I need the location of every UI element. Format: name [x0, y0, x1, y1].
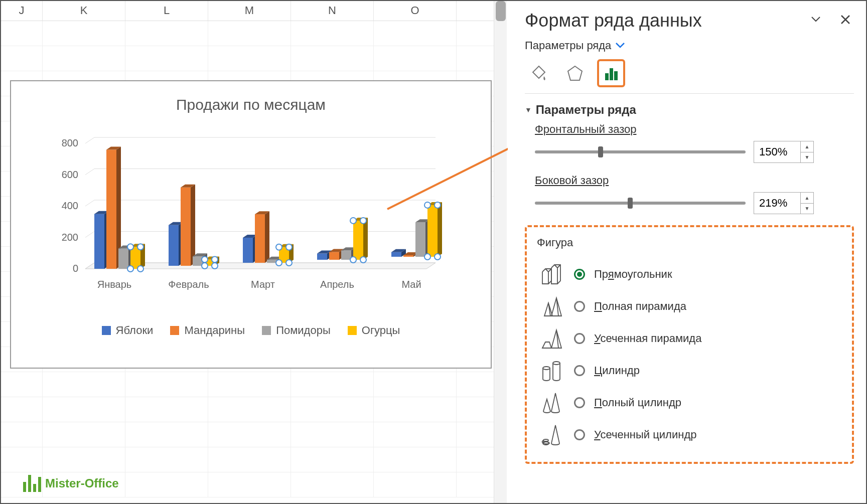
- watermark: Mister-Office: [23, 475, 119, 492]
- effects-tab[interactable]: [561, 59, 589, 87]
- svg-point-37: [276, 244, 282, 250]
- svg-text:Март: Март: [251, 279, 275, 290]
- legend-label: Мандарины: [184, 324, 245, 337]
- spin-down[interactable]: ▼: [800, 152, 813, 163]
- legend-label: Огурцы: [362, 324, 400, 337]
- gap-depth-slider[interactable]: [535, 150, 746, 153]
- svg-text:0: 0: [73, 263, 78, 274]
- svg-point-46: [350, 218, 356, 224]
- svg-point-48: [350, 257, 356, 263]
- svg-rect-17: [118, 248, 128, 269]
- svg-rect-42: [317, 254, 327, 260]
- gap-depth-label: Фронтальный зазор: [535, 123, 636, 135]
- svg-line-13: [85, 137, 94, 143]
- svg-point-29: [212, 257, 218, 263]
- options-dropdown[interactable]: Параметры ряда: [525, 39, 854, 52]
- svg-rect-64: [614, 71, 618, 80]
- svg-rect-63: [610, 68, 613, 80]
- shape-section: Фигура Прямоугольник Полная пирамида Усе…: [525, 225, 854, 464]
- svg-text:Январь: Январь: [97, 279, 132, 290]
- panel-title: Формат ряда данных: [525, 10, 702, 31]
- svg-rect-44: [341, 250, 351, 260]
- partial-pyramid-icon: [537, 327, 565, 350]
- svg-text:800: 800: [62, 137, 78, 148]
- svg-point-67: [543, 439, 548, 441]
- chart-plot[interactable]: 0200400600800ЯнварьФевральМартАпрельМай: [25, 113, 477, 314]
- svg-line-7: [85, 200, 94, 206]
- legend[interactable]: Яблоки Мандарины Помидоры Огурцы: [11, 324, 491, 338]
- vertical-scrollbar[interactable]: [494, 1, 507, 503]
- svg-point-58: [435, 254, 441, 260]
- shape-option-full-pyramid[interactable]: Полная пирамида: [537, 290, 842, 322]
- svg-point-22: [137, 266, 143, 272]
- svg-marker-61: [568, 66, 582, 80]
- svg-rect-26: [193, 256, 203, 266]
- close-button[interactable]: [837, 11, 854, 31]
- svg-rect-24: [169, 225, 179, 266]
- shape-option-cylinder[interactable]: Цилиндр: [537, 355, 842, 387]
- svg-rect-45: [353, 221, 363, 260]
- shape-label: Полная пирамида: [594, 300, 686, 313]
- radio-icon: [574, 397, 585, 408]
- svg-rect-51: [391, 252, 401, 257]
- shape-label: Цилиндр: [594, 364, 640, 377]
- shape-label: Полный цилиндр: [594, 396, 681, 409]
- svg-point-49: [360, 257, 366, 263]
- col-header[interactable]: O: [374, 1, 457, 21]
- radio-icon: [574, 301, 585, 312]
- svg-point-65: [543, 367, 550, 370]
- radio-icon: [574, 333, 585, 344]
- chart[interactable]: Продажи по месяцам 0200400600800ЯнварьФе…: [10, 80, 492, 369]
- svg-point-56: [435, 202, 441, 208]
- shape-label: Прямоугольник: [594, 268, 672, 281]
- svg-point-39: [276, 260, 282, 266]
- col-header[interactable]: J: [1, 1, 43, 21]
- svg-point-31: [212, 263, 218, 269]
- col-header[interactable]: M: [208, 1, 291, 21]
- svg-rect-35: [267, 260, 277, 263]
- chart-title[interactable]: Продажи по месяцам: [11, 96, 491, 113]
- shape-option-partial-pyramid[interactable]: Усеченная пирамида: [537, 322, 842, 355]
- svg-rect-34: [255, 214, 265, 263]
- series-options-tab[interactable]: [597, 59, 625, 87]
- scrollbar-thumb[interactable]: [496, 1, 506, 21]
- section-header[interactable]: ▼ Параметры ряда: [525, 103, 854, 117]
- pyramid-icon: [537, 295, 565, 318]
- radio-icon: [574, 269, 585, 280]
- cylinder-icon: [537, 359, 565, 382]
- col-header[interactable]: N: [291, 1, 374, 21]
- legend-label: Яблоки: [116, 324, 154, 337]
- panel-tabs: [525, 59, 854, 87]
- svg-point-28: [202, 257, 208, 263]
- svg-rect-16: [106, 150, 116, 269]
- svg-rect-62: [605, 73, 609, 80]
- svg-point-21: [127, 266, 133, 272]
- worksheet-area: J K L M N O Продажи по месяцам 020040060…: [1, 1, 507, 503]
- svg-text:Апрель: Апрель: [320, 279, 354, 290]
- gap-depth-value: 150%: [759, 145, 787, 158]
- shape-option-partial-cone[interactable]: Усеченный цилиндр: [537, 419, 842, 451]
- spin-up[interactable]: ▲: [800, 193, 813, 204]
- gap-width-slider[interactable]: [535, 202, 746, 205]
- shape-option-box[interactable]: Прямоугольник: [537, 258, 842, 290]
- shape-label: Усеченная пирамида: [594, 332, 701, 345]
- column-headers: J K L M N O: [1, 1, 507, 21]
- section-title: Параметры ряда: [536, 103, 636, 117]
- collapse-button[interactable]: [807, 11, 825, 31]
- svg-rect-25: [181, 188, 191, 266]
- svg-point-55: [424, 202, 430, 208]
- svg-rect-15: [94, 214, 104, 269]
- col-header[interactable]: K: [43, 1, 125, 21]
- svg-line-4: [85, 232, 94, 238]
- shape-option-full-cone[interactable]: Полный цилиндр: [537, 387, 842, 419]
- spin-down[interactable]: ▼: [800, 204, 813, 214]
- logo-icon: [23, 475, 41, 492]
- gap-width-input[interactable]: 219% ▲▼: [754, 192, 814, 214]
- legend-label: Помидоры: [276, 324, 331, 337]
- fill-tab[interactable]: [525, 59, 553, 87]
- gap-width-value: 219%: [759, 197, 787, 210]
- col-header[interactable]: L: [125, 1, 208, 21]
- spin-up[interactable]: ▲: [800, 141, 813, 152]
- svg-text:600: 600: [62, 169, 78, 180]
- gap-depth-input[interactable]: 150% ▲▼: [754, 141, 814, 163]
